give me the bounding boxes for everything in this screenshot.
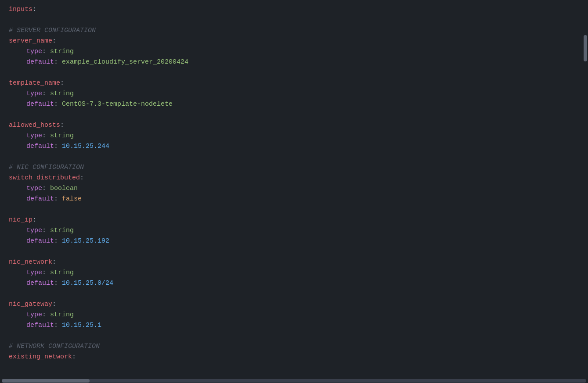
code-token: nic_ip [9,215,32,226]
horizontal-scrollbar[interactable] [0,378,588,383]
code-token: : [54,278,62,289]
vertical-scrollbar-thumb[interactable] [584,35,587,61]
code-token: 10.15.25.1 [62,320,101,331]
indent [9,89,18,99]
code-token: string [50,268,74,278]
code-token: string [50,226,74,236]
code-token: example_cloudify_server_20200424 [62,57,188,68]
switch-distributed-default: default: false [0,194,588,204]
nic-ip-default: default: 10.15.25.192 [0,236,588,247]
empty-line [0,110,588,120]
allowed-hosts-key: allowed_hosts: [0,120,588,131]
comment-text: # NIC CONFIGURATION [9,162,84,173]
code-token: default [26,320,54,331]
code-token: type [26,47,42,57]
code-token: : [72,352,76,362]
code-token: type [26,310,42,320]
code-token: : [52,299,56,310]
indent [18,141,26,152]
code-token: string [50,89,74,99]
code-token: : [52,36,56,47]
indent [18,310,26,320]
nic-gateway-key: nic_gateway: [0,299,588,310]
code-token: boolean [50,183,78,194]
indent [9,47,18,57]
code-token: string [50,310,74,320]
indent [18,89,26,99]
code-token: type [26,183,42,194]
indent [18,236,26,247]
code-token: inputs [9,4,32,15]
comment-network: # NETWORK CONFIGURATION [0,341,588,352]
existing-network-key: existing_network: [0,352,588,362]
empty-line [0,247,588,257]
code-token: CentOS-7.3-template-nodelete [62,99,173,110]
code-token: : [42,226,50,236]
inputs-label: inputs: [0,4,588,15]
indent [18,99,26,110]
code-token: : [60,78,64,89]
code-token: 10.15.25.192 [62,236,109,247]
allowed-hosts-type: type: string [0,131,588,141]
empty-line [0,152,588,162]
code-token: 10.15.25.244 [62,141,109,152]
indent [9,278,18,289]
code-editor: inputs:# SERVER CONFIGURATIONserver_name… [0,0,588,383]
code-token: 10.15.25.0/24 [62,278,113,289]
indent [9,236,18,247]
server-name-default: default: example_cloudify_server_2020042… [0,57,588,68]
code-token: default [26,99,54,110]
switch-distributed-type: type: boolean [0,183,588,194]
code-token: server_name [9,36,52,47]
indent [18,131,26,141]
code-token: allowed_hosts [9,120,60,131]
code-token: : [60,120,64,131]
indent [18,226,26,236]
code-token: type [26,226,42,236]
indent [9,57,18,68]
code-token: : [54,141,62,152]
code-token: default [26,236,54,247]
code-token: : [42,268,50,278]
code-token: : [52,257,56,268]
indent [18,320,26,331]
nic-network-type: type: string [0,268,588,278]
indent [18,183,26,194]
code-token: : [54,236,62,247]
code-token: : [42,310,50,320]
indent [18,57,26,68]
vertical-scrollbar[interactable] [583,0,588,378]
indent [18,278,26,289]
nic-ip-key: nic_ip: [0,215,588,226]
code-token: : [54,194,62,204]
nic-network-default: default: 10.15.25.0/24 [0,278,588,289]
indent [9,310,18,320]
code-token: : [42,47,50,57]
scrollbar-thumb[interactable] [2,379,90,383]
scrollbar-track [2,379,586,383]
empty-line [0,204,588,215]
indent [9,99,18,110]
code-token: : [42,131,50,141]
empty-line [0,68,588,78]
code-token: type [26,131,42,141]
empty-line [0,15,588,25]
nic-ip-type: type: string [0,226,588,236]
allowed-hosts-default: default: 10.15.25.244 [0,141,588,152]
code-token: : [42,183,50,194]
indent [9,131,18,141]
code-token: string [50,47,74,57]
code-token: type [26,89,42,99]
comment-nic: # NIC CONFIGURATION [0,162,588,173]
indent [9,320,18,331]
code-token: template_name [9,78,60,89]
code-token: : [32,215,36,226]
code-token: type [26,268,42,278]
switch-distributed-key: switch_distributed: [0,173,588,183]
indent [18,194,26,204]
code-token: : [54,99,62,110]
code-token: string [50,131,74,141]
comment-text: # SERVER CONFIGURATION [9,25,96,36]
code-token: default [26,57,54,68]
code-token: : [42,89,50,99]
